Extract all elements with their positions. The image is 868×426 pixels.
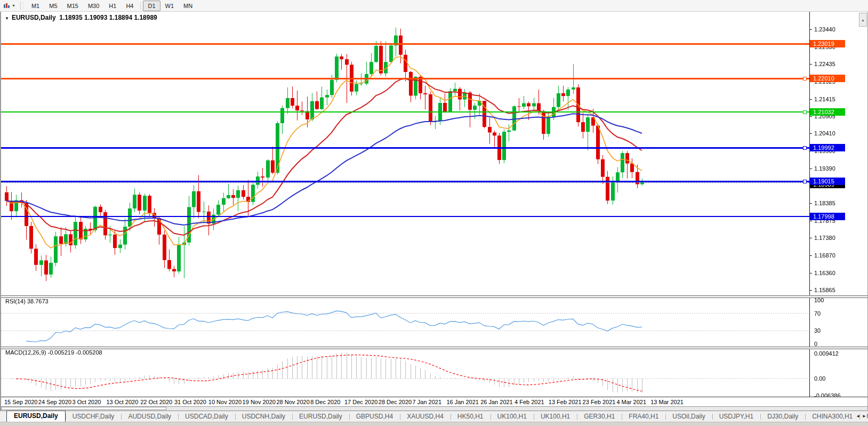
timeframe-button-d1[interactable]: D1 bbox=[143, 1, 160, 11]
price-tick-mark bbox=[810, 273, 812, 274]
tab-6-gbpusd-h4[interactable]: GBPUSD,H4 bbox=[349, 412, 400, 422]
timeframe-button-m15[interactable]: M15 bbox=[62, 1, 83, 11]
horizontal-level-label[interactable]: 1.23019 bbox=[810, 40, 845, 47]
horizontal-level-line[interactable] bbox=[1, 78, 809, 79]
toolbar-grip[interactable] bbox=[20, 2, 23, 10]
date-axis[interactable]: 15 Sep 202024 Sep 20203 Oct 202013 Oct 2… bbox=[1, 397, 867, 407]
horizontal-level-label[interactable]: 1.19992 bbox=[810, 144, 845, 151]
date-axis-label: 13 Mar 2021 bbox=[650, 399, 684, 405]
tab-13-usoil-daily[interactable]: USOil,Daily bbox=[665, 412, 712, 422]
rsi-indicator-label: RSI(14) 38.7673 bbox=[5, 298, 49, 304]
date-axis-label: 26 Jan 2021 bbox=[480, 399, 513, 405]
window-bottom-strip bbox=[0, 422, 868, 426]
tab-8-hk50-h1[interactable]: HK50,H1 bbox=[451, 412, 491, 422]
horizontal-level-line[interactable] bbox=[1, 147, 809, 149]
timeframe-buttons: M1M5M15M30H1H4D1W1MN bbox=[27, 1, 197, 11]
date-axis-label: 4 Mar 2021 bbox=[616, 399, 646, 405]
price-axis-line[interactable] bbox=[809, 12, 810, 397]
price-tick-mark bbox=[810, 238, 812, 238]
price-tick-mark bbox=[810, 168, 812, 169]
horizontal-level-label[interactable]: 1.22010 bbox=[810, 75, 845, 82]
date-axis-label: 13 Oct 2020 bbox=[106, 399, 138, 405]
tab-5-eurusd-daily[interactable]: EURUSD,Daily bbox=[292, 412, 349, 422]
tab-14-usdjpy-h1[interactable]: USDJPY,H1 bbox=[712, 412, 760, 422]
date-axis-label: 7 Jan 2021 bbox=[413, 399, 441, 405]
horizontal-level-line[interactable] bbox=[1, 216, 809, 217]
timeframe-button-m30[interactable]: M30 bbox=[83, 1, 104, 11]
tab-scroll-left-icon[interactable]: ◄ bbox=[856, 414, 860, 419]
scroll-up-icon: ▲ bbox=[861, 18, 865, 22]
date-axis-label: 22 Oct 2020 bbox=[140, 399, 172, 405]
tab-0-eurusd-daily[interactable]: EURUSD,Daily bbox=[6, 411, 66, 422]
horizontal-level-line[interactable] bbox=[1, 181, 809, 182]
chart-tabs-bar: EURUSD,DailyUSDCHF,DailyAUDUSD,DailyUSDC… bbox=[0, 411, 868, 422]
price-tick-label: 1.23440 bbox=[814, 26, 835, 33]
macd-tick-label: 0.00 bbox=[814, 375, 825, 382]
date-axis-label: 3 Oct 2020 bbox=[73, 399, 101, 405]
price-tick-mark bbox=[810, 99, 812, 100]
price-tick-label: 1.17380 bbox=[814, 235, 835, 241]
tab-7-xauusd-h4[interactable]: XAUUSD,H4 bbox=[400, 412, 451, 422]
price-tick-label: 1.20410 bbox=[814, 130, 835, 136]
pane-splitter-macd[interactable] bbox=[1, 347, 867, 349]
chart-window: 1.234401.229301.224351.219251.214151.209… bbox=[0, 12, 868, 411]
macd-tick-label: 0.009412 bbox=[814, 350, 839, 357]
date-axis-label: 8 Dec 2020 bbox=[310, 399, 340, 405]
line-drag-handle[interactable] bbox=[803, 77, 807, 81]
line-drag-handle[interactable] bbox=[803, 110, 807, 114]
date-axis-label: 23 Feb 2021 bbox=[583, 399, 616, 405]
rsi-tick-label: 30 bbox=[814, 327, 821, 334]
timeframe-button-mn[interactable]: MN bbox=[179, 1, 197, 11]
chart-period-icon[interactable] bbox=[2, 2, 12, 10]
tab-4-usdcnh-daily[interactable]: USDCNH,Daily bbox=[235, 412, 292, 422]
tab-9-uk100-h1[interactable]: UK100,H1 bbox=[491, 412, 534, 422]
price-tick-mark bbox=[810, 133, 812, 134]
tab-11-ger30-h1[interactable]: GER30,H1 bbox=[577, 412, 622, 422]
price-tick-mark bbox=[810, 116, 812, 117]
tab-scroll-arrows: ◄► bbox=[856, 414, 866, 419]
horizontal-level-line[interactable] bbox=[1, 111, 809, 112]
price-tick-label: 1.21415 bbox=[814, 96, 835, 102]
tab-scroll-right-icon[interactable]: ► bbox=[862, 414, 866, 419]
line-drag-handle[interactable] bbox=[803, 180, 807, 183]
date-axis-label: 24 Sep 2020 bbox=[38, 399, 71, 405]
tab-2-audusd-daily[interactable]: AUDUSD,Daily bbox=[121, 412, 178, 422]
pane-splitter-rsi[interactable] bbox=[1, 295, 867, 298]
tab-3-usdcad-daily[interactable]: USDCAD,Daily bbox=[178, 412, 235, 422]
price-tick-mark bbox=[810, 203, 812, 204]
date-axis-label: 16 Jan 2021 bbox=[446, 399, 479, 405]
timeframe-button-h1[interactable]: H1 bbox=[104, 1, 121, 11]
tab-1-usdchf-daily[interactable]: USDCHF,Daily bbox=[66, 412, 122, 422]
horizontal-scrollbar-thumb[interactable] bbox=[1, 407, 166, 410]
collapse-icon[interactable]: ▼ bbox=[5, 16, 9, 21]
date-axis-label: 19 Nov 2020 bbox=[243, 399, 276, 405]
chart-period-dropdown-icon[interactable]: ▼ bbox=[12, 4, 15, 7]
tab-10-uk100-h1[interactable]: UK100,H1 bbox=[534, 412, 577, 422]
tab-15-dj30-daily[interactable]: DJ30,Daily bbox=[760, 412, 805, 422]
price-tick-mark bbox=[810, 29, 812, 30]
date-axis-label: 13 Feb 2021 bbox=[549, 399, 582, 405]
price-tick-label: 1.15865 bbox=[814, 287, 835, 293]
macd-indicator-label: MACD(12,26,9) -0.005219 -0.005208 bbox=[5, 349, 102, 356]
date-axis-label: 15 Sep 2020 bbox=[4, 399, 37, 405]
chart-title: ▼EURUSD,Daily 1.18935 1.19093 1.18894 1.… bbox=[5, 14, 157, 21]
timeframe-button-h4[interactable]: H4 bbox=[121, 1, 138, 11]
timeframe-button-w1[interactable]: W1 bbox=[160, 1, 179, 11]
tab-16-china300-h1[interactable]: CHINA300,H1 bbox=[805, 412, 859, 422]
chart-scroll-up-button[interactable]: ▲ bbox=[859, 13, 867, 27]
horizontal-level-label[interactable]: 1.21032 bbox=[810, 108, 845, 116]
horizontal-level-label[interactable]: 1.17998 bbox=[810, 213, 845, 220]
tab-12-fra40-h1[interactable]: FRA40,H1 bbox=[622, 412, 665, 422]
horizontal-scrollbar[interactable] bbox=[1, 407, 867, 411]
timeframe-button-m5[interactable]: M5 bbox=[44, 1, 62, 11]
timeframe-button-m1[interactable]: M1 bbox=[27, 1, 44, 11]
date-axis-label: 31 Oct 2020 bbox=[174, 399, 206, 405]
date-axis-label: 10 Nov 2020 bbox=[208, 399, 242, 405]
chart-overlay: 1.234401.229301.224351.219251.214151.209… bbox=[1, 12, 867, 397]
line-drag-handle[interactable] bbox=[803, 146, 807, 150]
date-axis-label: 4 Feb 2021 bbox=[515, 399, 544, 405]
horizontal-level-label[interactable]: 1.19015 bbox=[810, 178, 845, 185]
price-tick-mark bbox=[810, 290, 812, 291]
price-tick-label: 1.18385 bbox=[814, 200, 835, 206]
horizontal-level-line[interactable] bbox=[1, 43, 809, 45]
